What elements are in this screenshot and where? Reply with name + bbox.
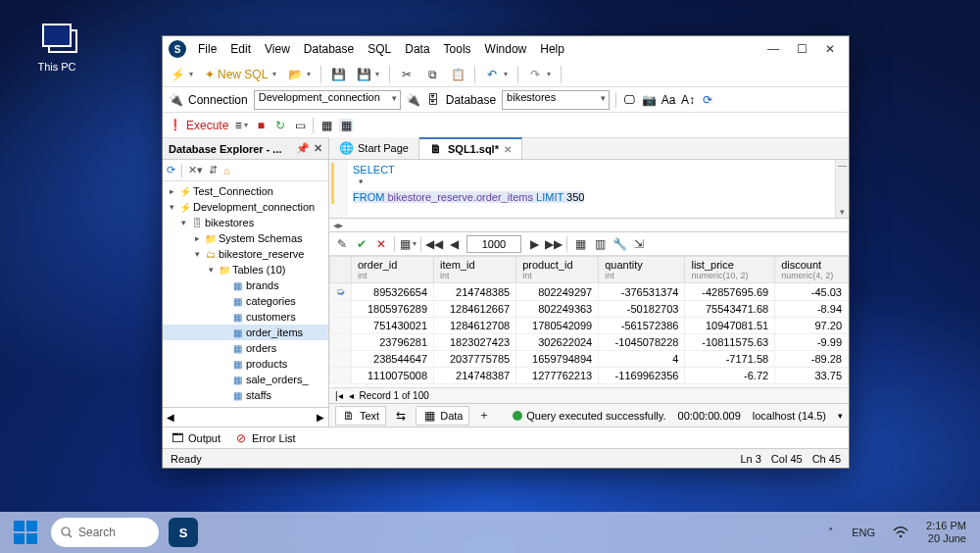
minimize-button[interactable]: —	[767, 42, 779, 56]
menu-file[interactable]: File	[192, 40, 222, 58]
taskbar-clock[interactable]: 2:16 PM 20 June	[926, 520, 966, 545]
disconnect-icon[interactable]: 🔌	[407, 93, 420, 107]
desktop-icon-this-pc[interactable]: This PC	[27, 27, 86, 73]
format-icon[interactable]: A↕	[681, 93, 695, 107]
data-tab-button[interactable]: ▦Data	[416, 406, 469, 426]
menu-tools[interactable]: Tools	[438, 40, 477, 58]
stop-button[interactable]: ■	[254, 119, 268, 132]
maximize-button[interactable]: ☐	[797, 42, 808, 56]
text-tab-button[interactable]: 🗎Text	[335, 406, 386, 426]
close-button[interactable]: ✕	[825, 42, 835, 56]
statusbar: Ready Ln 3 Col 45 Ch 45	[163, 448, 849, 468]
export-icon[interactable]: ⇲	[632, 237, 646, 251]
connection-combo[interactable]: Development_connection	[254, 90, 401, 110]
collapse-icon[interactable]: ✕▾	[188, 164, 203, 176]
new-sql-button[interactable]: ✦ New SQL	[201, 66, 280, 83]
execute-options[interactable]: ≡	[234, 119, 248, 132]
redo-button[interactable]: ↷	[524, 66, 555, 83]
tree-tables-folder[interactable]: Tables (10)	[232, 264, 285, 276]
tree-table[interactable]: customers	[246, 311, 296, 323]
last-page-icon[interactable]: ▶▶	[547, 237, 561, 251]
sql-editor[interactable]: SELECT * FROM bikestore_reserve.order_it…	[329, 160, 849, 219]
undo-button[interactable]: ↶	[481, 66, 512, 83]
open-button[interactable]: 📂	[284, 66, 315, 83]
chevron-down-icon[interactable]: ▾	[838, 411, 843, 421]
database-label: Database	[446, 93, 496, 107]
paste-button[interactable]: 📋	[447, 66, 468, 83]
grid-cols-icon[interactable]: ▥	[593, 237, 607, 251]
menu-data[interactable]: Data	[399, 40, 435, 58]
commit-icon[interactable]: ↻	[273, 119, 287, 132]
tab-start-page[interactable]: 🌐Start Page	[329, 137, 419, 159]
swap-icon[interactable]: ⇆	[394, 409, 408, 423]
editor-scrollbar[interactable]: —▾	[835, 160, 849, 218]
tree-sys-schemas[interactable]: System Schemas	[219, 232, 303, 244]
accept-icon[interactable]: ✔	[355, 237, 368, 251]
menu-sql[interactable]: SQL	[362, 40, 397, 58]
tree-table[interactable]: staffs	[246, 389, 271, 401]
wifi-icon[interactable]	[893, 527, 908, 538]
home-icon[interactable]: ⌂	[223, 165, 230, 176]
db-tree[interactable]: ▸⚡Test_Connection ▾⚡Development_connecti…	[163, 181, 328, 407]
results-grid[interactable]: order_idintitem_idintproduct_idintquanti…	[329, 256, 849, 387]
refresh-icon[interactable]: ⟳	[701, 93, 714, 107]
menu-view[interactable]: View	[259, 40, 296, 58]
nav-first-icon[interactable]: |◂	[335, 390, 343, 401]
menu-database[interactable]: Database	[298, 40, 360, 58]
output-tab[interactable]: 🗔Output	[171, 431, 220, 445]
ruler-scroll-left-icon[interactable]: ◂▸	[333, 220, 343, 230]
tree-table[interactable]: orders	[246, 342, 276, 354]
edit-icon[interactable]: ✎	[335, 237, 349, 251]
execute-button[interactable]: Execute	[169, 119, 228, 132]
tree-table[interactable]: sale_orders_	[246, 374, 309, 385]
tree-schema[interactable]: bikestore_reserve	[219, 248, 304, 260]
reject-icon[interactable]: ✕	[374, 237, 388, 251]
panel-close-icon[interactable]: ✕	[314, 142, 322, 155]
tree-db[interactable]: bikestores	[205, 217, 254, 228]
save-all-button[interactable]: 💾	[353, 66, 383, 83]
database-combo[interactable]: bikestores	[502, 90, 610, 110]
host-label: localhost (14.5)	[753, 410, 826, 422]
start-button[interactable]	[14, 521, 37, 544]
camera-icon[interactable]: 📷	[642, 93, 656, 107]
copy-button[interactable]: ⧉	[421, 66, 443, 83]
tab-close-icon[interactable]: ✕	[504, 144, 512, 155]
taskbar-app-dbclient[interactable]: S	[169, 518, 198, 547]
screen-icon[interactable]: 🖵	[622, 93, 636, 107]
nav-prev-icon[interactable]: ◂	[349, 390, 354, 401]
tree-table[interactable]: order_items	[246, 327, 303, 338]
tray-chevron-icon[interactable]: ˄	[828, 527, 834, 539]
tray-lang[interactable]: ENG	[852, 527, 875, 538]
first-page-icon[interactable]: ◀◀	[427, 237, 441, 251]
next-page-icon[interactable]: ▶	[527, 237, 541, 251]
grid-view-icon[interactable]: ▦	[573, 237, 587, 251]
grid-mode-icon[interactable]: ▦	[319, 119, 333, 132]
filter-icon[interactable]: ⇵	[209, 164, 218, 176]
titlebar[interactable]: S File Edit View Database SQL Data Tools…	[163, 36, 849, 62]
taskbar-search[interactable]: Search	[51, 518, 159, 547]
error-list-tab[interactable]: ⊘Error List	[234, 431, 296, 445]
menu-edit[interactable]: Edit	[224, 40, 257, 58]
paste-icon: 📋	[451, 68, 465, 81]
grid-mode2-icon[interactable]: ▦	[339, 119, 353, 132]
save-button[interactable]: 💾	[327, 66, 349, 83]
case-icon[interactable]: Aa	[662, 93, 675, 107]
refresh-tree-icon[interactable]: ⟳	[167, 164, 175, 176]
tx-icon[interactable]: ▭	[293, 119, 307, 132]
menu-window[interactable]: Window	[479, 40, 533, 58]
pin-icon[interactable]: 📌	[296, 142, 310, 155]
wrench-icon[interactable]: 🔧	[612, 237, 626, 251]
tree-table[interactable]: brands	[246, 279, 279, 291]
prev-page-icon[interactable]: ◀	[447, 237, 461, 251]
toolbar-dropdown[interactable]: ⚡	[167, 66, 197, 83]
page-size-input[interactable]	[466, 235, 521, 253]
tree-table[interactable]: products	[246, 358, 287, 370]
add-panel-icon[interactable]: ＋	[477, 409, 491, 423]
tree-dev-connection[interactable]: Development_connection	[193, 201, 315, 213]
tree-test-connection[interactable]: Test_Connection	[193, 185, 273, 197]
menu-help[interactable]: Help	[534, 40, 570, 58]
tab-sql1[interactable]: 🗎SQL1.sql*✕	[419, 137, 522, 159]
tree-table[interactable]: categories	[246, 295, 296, 307]
layout-icon[interactable]: ▦	[401, 237, 415, 251]
cut-button[interactable]: ✂	[396, 66, 417, 83]
